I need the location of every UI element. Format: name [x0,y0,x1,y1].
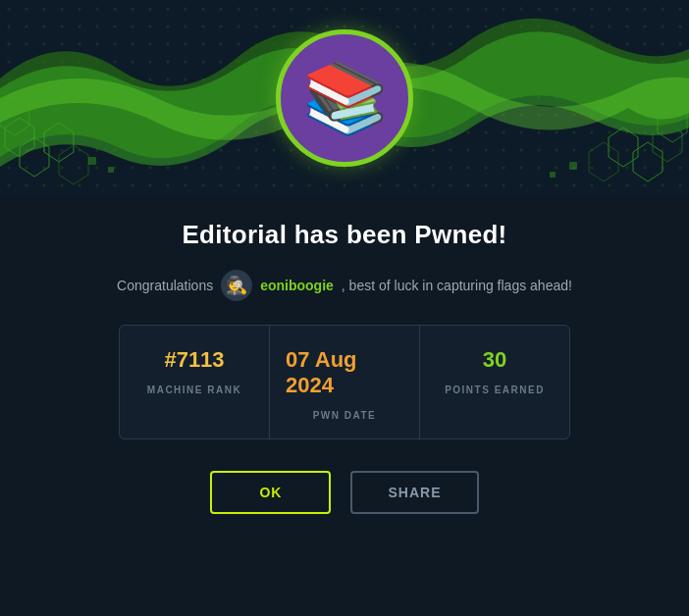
buttons-row: OK SHARE [210,471,478,514]
ok-button[interactable]: OK [210,471,331,514]
stat-rank-label: MACHINE RANK [147,385,241,395]
svg-rect-14 [108,167,114,173]
svg-rect-15 [569,162,577,170]
user-avatar-small: 🕵️ [221,270,252,301]
book-icon: 📚 [302,64,388,132]
stats-grid: #7113 MACHINE RANK 07 Aug 2024 PWN DATE … [119,325,570,439]
share-button[interactable]: SHARE [350,471,478,514]
avatar-circle: 📚 [276,29,413,167]
stat-rank-value: #7113 [164,347,224,373]
svg-rect-16 [550,172,556,178]
stat-points-cell: 30 POINTS EARNED [420,326,569,438]
stat-date-value: 07 Aug 2024 [286,347,403,398]
stat-date-label: PWN DATE [313,410,377,421]
stat-points-value: 30 [483,347,506,373]
stat-date-cell: 07 Aug 2024 PWN DATE [270,326,419,438]
pwned-title: Editorial has been Pwned! [182,220,506,250]
congrats-row: Congratulations 🕵️ eoniboogie , best of … [117,270,572,301]
content-area: Editorial has been Pwned! Congratulation… [0,196,689,514]
stat-points-label: POINTS EARNED [445,385,545,395]
congrats-text: Congratulations [117,278,213,293]
stat-rank-cell: #7113 MACHINE RANK [120,326,269,438]
hero-banner: 📚 [0,0,689,196]
svg-rect-13 [88,157,96,165]
tail-text: , best of luck in capturing flags ahead! [342,278,572,293]
username-label: eoniboogie [260,278,334,293]
